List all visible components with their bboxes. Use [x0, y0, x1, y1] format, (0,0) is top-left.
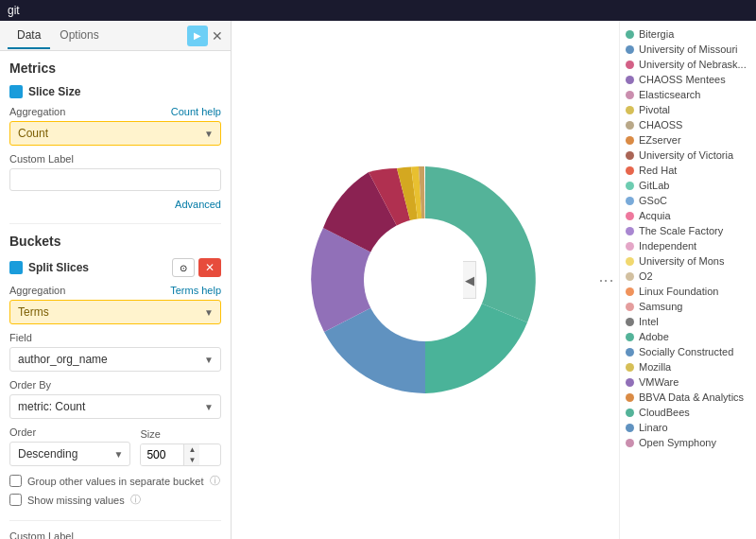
legend-item: VMWare: [626, 376, 750, 388]
legend-item: CloudBees: [626, 407, 750, 418]
advanced-link[interactable]: Advanced: [175, 199, 221, 210]
order-by-label: Order By: [9, 379, 221, 391]
legend-item: Open Symphony: [626, 437, 750, 448]
legend-item: University of Mons: [626, 255, 750, 267]
legend-dot: [626, 197, 634, 205]
order-by-select-wrapper: metric: Count metric: Sum Alphabetical ▼: [9, 394, 221, 419]
legend-dot: [626, 151, 634, 160]
size-down-btn[interactable]: ▼: [184, 455, 199, 465]
tabs-bar: Data Options ▶ ✕: [0, 21, 231, 51]
split-slices-icon: [9, 261, 23, 274]
legend-label: Bitergia: [639, 28, 674, 40]
legend-dot: [626, 409, 634, 417]
run-button[interactable]: ▶: [187, 26, 208, 46]
count-help-link[interactable]: Count help: [171, 106, 221, 117]
slice-size-header: Slice Size: [9, 85, 221, 98]
legend-item: University of Victoria: [626, 149, 750, 161]
legend-label: Acquia: [639, 210, 671, 221]
field-select-wrapper: author_org_name org_name author_name ▼: [9, 347, 221, 372]
legend-dot: [626, 318, 634, 326]
title-bar: git: [0, 0, 756, 21]
legend-label: Open Symphony: [639, 437, 716, 448]
legend-dot: [626, 378, 634, 387]
legend-item: Adobe: [626, 331, 750, 342]
legend-label: The Scale Factory: [639, 225, 723, 236]
legend-item: BBVA Data & Analytics: [626, 391, 750, 403]
legend-label: CHAOSS Mentees: [639, 74, 726, 85]
show-missing-checkbox[interactable]: [9, 494, 22, 506]
custom-label-metrics-input[interactable]: [9, 168, 221, 191]
order-size-row: Order Descending Ascending ▼ Size: [9, 426, 221, 466]
legend-label: Pivotal: [639, 104, 670, 115]
collapse-btn[interactable]: ◀: [463, 261, 476, 299]
split-slices-header: Split Slices: [9, 261, 89, 274]
legend-label: Mozilla: [639, 361, 671, 373]
legend-dot: [626, 76, 634, 84]
legend-item: Elasticsearch: [626, 89, 750, 100]
slice-size-label: Slice Size: [28, 85, 80, 98]
legend-dot: [626, 287, 634, 296]
show-missing-label: Show missing values: [27, 495, 125, 506]
legend-dot: [626, 424, 634, 432]
legend-item: CHAOSS Mentees: [626, 74, 750, 85]
size-col: Size ▲ ▼: [140, 428, 221, 466]
legend-label: CloudBees: [639, 407, 690, 418]
bucket-agg-select[interactable]: Terms Filters Range: [9, 300, 221, 324]
legend-dot: [626, 348, 634, 356]
slice-size-section: Slice Size Aggregation Count help Count …: [9, 85, 221, 210]
legend-item: Pivotal: [626, 104, 750, 115]
legend-dot: [626, 393, 634, 402]
advanced-link-row: Advanced: [9, 199, 221, 210]
legend-item: Samsung: [626, 301, 750, 312]
tab-options[interactable]: Options: [50, 23, 108, 49]
legend-dot: [626, 303, 634, 311]
aggregation-select-wrapper: Count Sum Min Max Average ▼: [9, 121, 221, 146]
legend-item: O2: [626, 270, 750, 282]
panel-content: Metrics Slice Size Aggregation Count hel…: [0, 51, 231, 539]
order-col: Order Descending Ascending ▼: [9, 426, 130, 466]
left-panel: Data Options ▶ ✕ Metrics Slice Size Aggr…: [0, 21, 232, 539]
legend-dot: [626, 182, 634, 190]
legend-label: University of Victoria: [639, 149, 733, 161]
divider-1: [9, 223, 221, 224]
toggle-bucket-btn[interactable]: ⊙: [172, 258, 195, 277]
slice-size-icon: [9, 85, 23, 98]
size-input[interactable]: [141, 444, 183, 465]
legend-item: Acquia: [626, 210, 750, 221]
legend-dot: [626, 30, 634, 39]
order-by-select[interactable]: metric: Count metric: Sum Alphabetical: [9, 394, 221, 419]
custom-label-buckets-label: Custom Label: [9, 530, 221, 539]
split-slices-section: Split Slices ⊙ ✕ Aggregation Terms help …: [9, 258, 221, 507]
bucket-agg-select-wrapper: Terms Filters Range ▼: [9, 300, 221, 324]
legend-label: BBVA Data & Analytics: [639, 391, 744, 403]
field-select[interactable]: author_org_name org_name author_name: [9, 347, 221, 372]
legend-label: O2: [639, 270, 653, 282]
legend-item: University of Nebrask...: [626, 59, 750, 70]
delete-bucket-btn[interactable]: ✕: [198, 258, 221, 277]
legend-dot: [626, 212, 634, 220]
tab-data[interactable]: Data: [8, 23, 50, 49]
metrics-title: Metrics: [9, 61, 221, 76]
legend-item: Red Hat: [626, 165, 750, 176]
three-dot-menu[interactable]: ⋮: [597, 273, 615, 287]
group-other-row: Group other values in separate bucket ⓘ: [9, 474, 221, 488]
legend-item: Linaro: [626, 422, 750, 433]
bucket-agg-label: Aggregation: [9, 285, 65, 296]
legend-dot: [626, 257, 634, 266]
legend-panel: BitergiaUniversity of MissouriUniversity…: [619, 21, 756, 539]
legend-label: Intel: [639, 316, 659, 327]
custom-label-metrics-label: Custom Label: [9, 153, 221, 165]
show-missing-row: Show missing values ⓘ: [9, 493, 221, 507]
donut-chart: [284, 138, 567, 422]
group-other-checkbox[interactable]: [9, 475, 22, 487]
legend-dot: [626, 136, 634, 145]
legend-dot: [626, 106, 634, 114]
aggregation-select[interactable]: Count Sum Min Max Average: [9, 121, 221, 146]
buckets-title: Buckets: [9, 234, 221, 249]
legend-dot: [626, 166, 634, 175]
size-label: Size: [140, 428, 221, 440]
terms-help-link[interactable]: Terms help: [170, 285, 221, 296]
size-up-btn[interactable]: ▲: [184, 444, 199, 455]
close-button[interactable]: ✕: [212, 26, 223, 46]
order-select[interactable]: Descending Ascending: [9, 442, 130, 466]
